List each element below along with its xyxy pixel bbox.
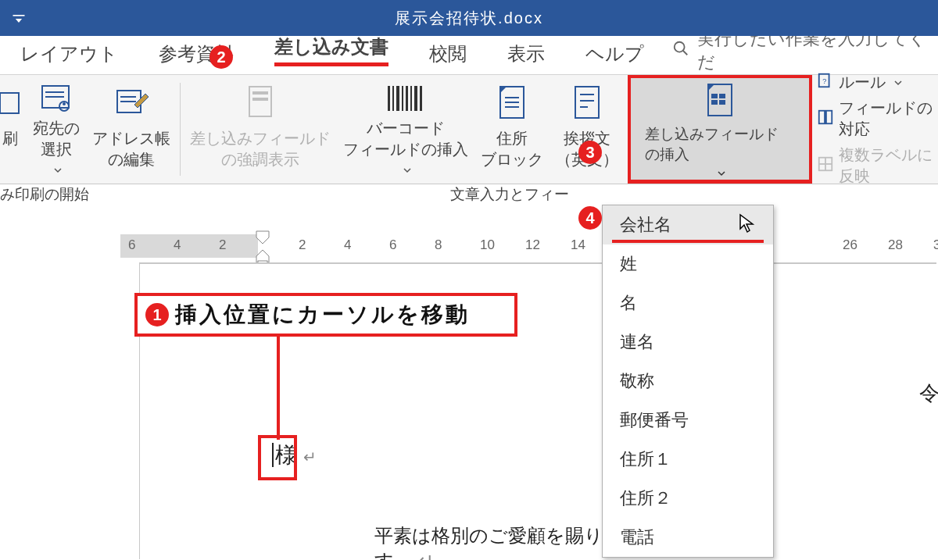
callout-badge-3: 3 bbox=[578, 141, 602, 164]
envelope-icon bbox=[0, 81, 22, 125]
svg-point-8 bbox=[63, 102, 66, 105]
match-fields-button[interactable]: フィールドの対応 bbox=[817, 98, 938, 140]
ruler-tick: 6 bbox=[128, 237, 135, 253]
ruler-tick: 6 bbox=[389, 237, 396, 253]
ruler-tick: 4 bbox=[174, 237, 181, 253]
group-write-insert: 文章入力とフィー bbox=[450, 184, 569, 205]
title-bar: 展示会招待状.docx bbox=[0, 0, 938, 36]
group-start-mail-merge: み印刷の開始 bbox=[0, 184, 89, 205]
tab-review[interactable]: 校閲 bbox=[409, 35, 487, 74]
svg-rect-38 bbox=[819, 110, 825, 123]
ribbon-side-list: ? ルール フィールドの対応 複数ラベルに反映 bbox=[812, 75, 938, 184]
chevron-down-icon bbox=[717, 165, 726, 182]
dropdown-item[interactable]: 郵便番号 bbox=[603, 401, 773, 440]
ribbon-tabs: レイアウト 参考資料 差し込み文書 校閲 表示 ヘルプ 実行したい作業を入力して… bbox=[0, 36, 938, 75]
ruler-tick: 12 bbox=[525, 237, 540, 253]
labels-icon bbox=[817, 155, 834, 177]
svg-rect-33 bbox=[719, 94, 725, 98]
svg-rect-18 bbox=[402, 86, 403, 111]
svg-rect-20 bbox=[410, 86, 412, 111]
ruler-tick: 10 bbox=[480, 237, 495, 253]
svg-rect-27 bbox=[575, 87, 599, 118]
svg-rect-35 bbox=[719, 100, 725, 105]
chevron-down-icon bbox=[403, 160, 412, 180]
barcode-field-button[interactable]: バーコード フィールドの挿入 bbox=[337, 75, 474, 184]
ribbon: 刷 宛先の 選択 アドレス帳 の編集 差し込みフィールド の強調表示 バ bbox=[0, 75, 938, 184]
date-fragment: 令 bbox=[919, 380, 938, 407]
ruler-tick: 30 bbox=[933, 237, 938, 253]
address-block-button[interactable]: 住所 ブロック bbox=[474, 75, 550, 184]
paragraph-mark-icon: ↵ bbox=[418, 550, 434, 560]
ruler-tick: 14 bbox=[571, 237, 585, 253]
svg-rect-21 bbox=[414, 86, 417, 111]
svg-line-2 bbox=[683, 51, 688, 55]
svg-rect-22 bbox=[420, 86, 422, 111]
dropdown-item[interactable]: 電話 bbox=[603, 518, 773, 557]
callout-badge-2: 2 bbox=[209, 45, 233, 69]
callout-1-target-box bbox=[258, 435, 297, 480]
print-cut-button[interactable]: 刷 bbox=[0, 75, 27, 184]
address-block-icon bbox=[497, 81, 527, 125]
ruler-tick: 8 bbox=[435, 237, 442, 253]
svg-rect-15 bbox=[388, 86, 390, 111]
ruler-tick: 2 bbox=[299, 237, 306, 253]
callout-badge-4: 4 bbox=[578, 206, 602, 230]
callout-1-text: 挿入位置にカーソルを移動 bbox=[175, 300, 470, 330]
barcode-icon bbox=[386, 81, 425, 115]
svg-rect-32 bbox=[711, 94, 718, 98]
greeting-line-button[interactable]: 挨拶文 （英文） bbox=[550, 75, 625, 184]
chevron-down-icon bbox=[893, 73, 903, 91]
ruler-tick: 2 bbox=[219, 237, 226, 253]
tab-view[interactable]: 表示 bbox=[487, 35, 565, 74]
ruler-tick: 4 bbox=[344, 237, 351, 253]
dropdown-item[interactable]: 連名 bbox=[603, 323, 773, 362]
svg-rect-0 bbox=[13, 15, 25, 16]
horizontal-ruler[interactable]: 64224681012141262830 bbox=[0, 234, 938, 261]
greeting-icon bbox=[572, 81, 602, 125]
merge-field-icon bbox=[704, 83, 736, 124]
svg-rect-13 bbox=[252, 91, 268, 95]
dropdown-item[interactable]: 住所２ bbox=[603, 479, 773, 518]
svg-rect-12 bbox=[249, 87, 271, 116]
highlight-fields-icon bbox=[245, 81, 276, 125]
svg-rect-17 bbox=[396, 86, 399, 111]
svg-rect-19 bbox=[406, 86, 408, 111]
callout-1: 1 挿入位置にカーソルを移動 bbox=[134, 293, 517, 337]
select-recipients-button[interactable]: 宛先の 選択 bbox=[27, 75, 86, 184]
update-labels-button: 複数ラベルに反映 bbox=[817, 144, 938, 187]
edit-address-book-button[interactable]: アドレス帳 の編集 bbox=[86, 75, 177, 184]
dropdown-item[interactable]: 名 bbox=[603, 284, 773, 323]
ruler-tick: 28 bbox=[888, 237, 903, 253]
dropdown-item[interactable]: 姓 bbox=[603, 244, 773, 284]
edit-list-icon bbox=[114, 81, 149, 125]
merge-field-dropdown[interactable]: 会社名姓名連名敬称郵便番号住所１住所２電話 bbox=[602, 205, 774, 558]
dropdown-item[interactable]: 敬称 bbox=[603, 362, 773, 401]
document-title: 展示会招待状.docx bbox=[395, 8, 543, 29]
recipients-icon bbox=[39, 81, 73, 115]
ruler-tick: 26 bbox=[843, 237, 857, 253]
dropdown-item[interactable]: 住所１ bbox=[603, 440, 773, 479]
rules-icon: ? bbox=[817, 72, 834, 93]
qat-dropdown-icon[interactable] bbox=[11, 11, 27, 27]
callout-badge-1: 1 bbox=[145, 303, 169, 326]
insert-merge-field-button[interactable]: 差し込みフィールド の挿入 bbox=[628, 75, 812, 184]
rules-button[interactable]: ? ルール bbox=[817, 72, 938, 93]
svg-rect-16 bbox=[392, 86, 394, 111]
highlight-merge-fields-button: 差し込みフィールド の強調表示 bbox=[184, 75, 337, 184]
indent-marker-icon[interactable] bbox=[255, 230, 270, 267]
svg-text:?: ? bbox=[822, 77, 826, 85]
svg-rect-14 bbox=[252, 98, 268, 101]
match-fields-icon bbox=[817, 109, 834, 130]
chevron-down-icon bbox=[53, 160, 63, 180]
svg-point-1 bbox=[675, 42, 685, 52]
dropdown-item[interactable]: 会社名 bbox=[603, 205, 773, 244]
tab-layout[interactable]: レイアウト bbox=[0, 35, 138, 74]
svg-rect-3 bbox=[0, 93, 19, 113]
callout-1-connector bbox=[277, 337, 280, 440]
tab-references[interactable]: 参考資料 bbox=[138, 35, 254, 74]
tab-help[interactable]: ヘルプ bbox=[565, 35, 664, 74]
svg-rect-34 bbox=[711, 100, 718, 105]
ribbon-group-labels: み印刷の開始 文章入力とフィー bbox=[0, 184, 938, 206]
paragraph-mark-icon: ↵ bbox=[303, 448, 317, 465]
svg-rect-39 bbox=[826, 110, 832, 123]
